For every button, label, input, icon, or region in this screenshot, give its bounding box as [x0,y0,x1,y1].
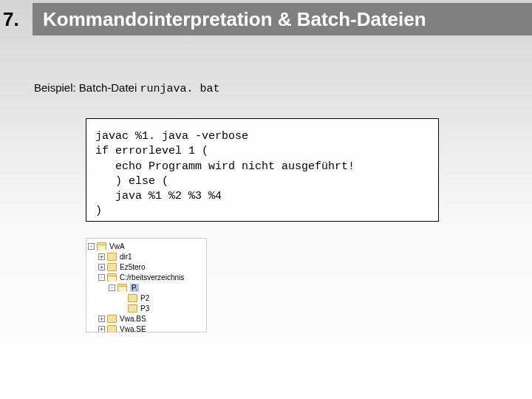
tree-label: P3 [140,304,149,313]
tree-row: + Ez5tero [88,262,205,272]
folder-icon [107,263,117,271]
tree-spacer [119,305,126,312]
collapse-icon: - [98,274,105,281]
code-line: if errorlevel 1 ( [95,145,208,157]
tree-row: P3 [88,303,205,313]
tree-row: P2 [88,293,205,303]
folder-icon [107,325,117,333]
tree-label-selected: P. [130,284,139,292]
tree-label: Ez5tero [120,263,145,271]
tree-row: + Vwa.SE [88,324,205,332]
tree-row: - P. [88,282,205,293]
tree-label: VwA [109,242,125,250]
tree-label: Vwa.SE [120,325,146,333]
tree-row: - C:/rbeitsverzeichnis [88,272,205,282]
code-line: ) [95,205,102,217]
folder-icon [128,294,137,302]
tree-row: + dir1 [88,251,205,262]
folder-icon [128,304,137,313]
folder-icon [97,242,106,250]
tree-label: dir1 [120,253,132,261]
example-filename: runjava. bat [140,83,219,95]
collapse-icon: - [88,243,95,250]
slide-header: 7. Kommandointerpretation & Batch-Dateie… [0,3,532,35]
tree-row: + Vwa.BS [88,313,205,324]
code-line: java %1 %2 %3 %4 [95,190,222,202]
example-caption: Beispiel: Batch-Datei runjava. bat [34,81,219,95]
code-block: javac %1. java -verbose if errorlevel 1 … [86,118,439,222]
expand-icon: + [98,264,105,270]
folder-icon [107,315,117,323]
tree-label: Vwa.BS [120,315,146,323]
section-number: 7. [0,8,33,31]
expand-icon: + [98,316,105,322]
folder-icon [107,253,117,261]
expand-icon: + [98,253,105,260]
expand-icon: + [98,326,105,332]
collapse-icon: - [109,284,115,291]
folder-tree: - VwA + dir1 + Ez5tero - C:/rbeitsverzei… [86,238,207,332]
folder-icon [117,284,127,292]
tree-label: P2 [140,294,149,302]
code-line: ) else ( [95,175,168,188]
example-label: Beispiel: Batch-Datei [34,81,140,94]
folder-icon [107,273,117,282]
code-line: echo Programm wird nicht ausgeführt! [95,160,355,173]
tree-label: C:/rbeitsverzeichnis [120,273,184,282]
tree-row: - VwA [88,241,205,251]
section-title: Kommandointerpretation & Batch-Dateien [33,3,532,35]
code-line: javac %1. java -verbose [95,130,248,143]
tree-spacer [119,295,126,301]
